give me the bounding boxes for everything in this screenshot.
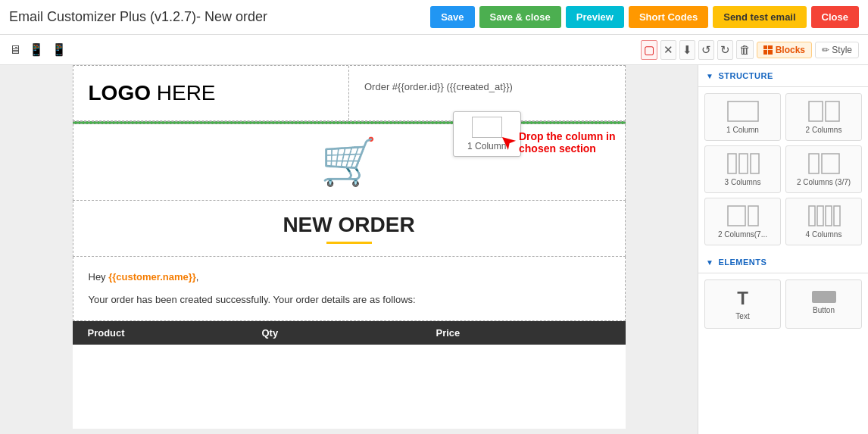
svg-rect-10 xyxy=(809,206,815,226)
elements-grid: T Text Button xyxy=(698,273,868,335)
email-header-row: LOGO HERE Order #{{order.id}} ({{created… xyxy=(73,65,626,121)
order-cell: Order #{{order.id}} ({{created_at}}) 1 C… xyxy=(349,66,625,120)
move-icon[interactable]: ✕ xyxy=(660,40,676,60)
order-shortcode: Order #{{order.id}} ({{created_at}}) xyxy=(364,81,513,92)
svg-rect-12 xyxy=(826,206,832,226)
style-label: ✏ Style xyxy=(822,45,852,55)
logo-normal: HERE xyxy=(151,81,216,105)
elements-label: ELEMENTS xyxy=(718,258,767,267)
save-close-button[interactable]: Save & close xyxy=(479,6,561,28)
structure-2-columns-3-7-label: 2 Columns (3/7) xyxy=(789,178,858,186)
structure-2-columns-7-3-label: 2 Columns(7... xyxy=(708,230,777,239)
close-button[interactable]: Close xyxy=(811,6,859,28)
logo-bold: LOGO xyxy=(89,81,151,105)
drop-indicator-icon xyxy=(472,117,502,138)
structure-grid: 1 Column 2 Columns 3 Columns xyxy=(698,87,868,251)
tablet-icon[interactable]: 📱 xyxy=(29,42,44,57)
structure-3-columns-label: 3 Columns xyxy=(708,178,777,186)
structure-2-columns-7-3[interactable]: 2 Columns(7... xyxy=(704,198,781,245)
blocks-icon xyxy=(763,45,773,55)
selection-icon[interactable]: ▢ xyxy=(641,40,657,60)
button-element-label: Button xyxy=(789,306,858,314)
customer-name-shortcode: {{customer.name}} xyxy=(108,271,196,283)
svg-rect-3 xyxy=(728,154,736,173)
structure-2-columns-3-7[interactable]: 2 Columns (3/7) xyxy=(785,145,862,193)
device-icons: 🖥 📱 📱 xyxy=(9,42,67,57)
header-buttons: Save Save & close Preview Short Codes Se… xyxy=(430,6,859,28)
structure-4-columns[interactable]: 4 Columns xyxy=(785,198,862,245)
mobile-icon[interactable]: 📱 xyxy=(52,42,67,57)
toolbar-actions: ▢ ✕ ⬇ ↺ ↻ 🗑 Blocks ✏ Style xyxy=(641,40,859,60)
blocks-tab[interactable]: Blocks xyxy=(757,42,812,58)
elements-arrow-icon: ▼ xyxy=(706,258,713,267)
text-section: Hey {{customer.name}}, Your order has be… xyxy=(73,257,626,321)
download-icon[interactable]: ⬇ xyxy=(679,40,695,60)
delete-icon[interactable]: 🗑 xyxy=(736,40,754,59)
svg-rect-1 xyxy=(809,101,823,121)
right-panel: ▼ STRUCTURE 1 Column 2 Columns xyxy=(698,65,868,434)
structure-4-columns-label: 4 Columns xyxy=(789,230,858,239)
logo-cell: LOGO HERE xyxy=(73,66,350,120)
svg-rect-9 xyxy=(748,206,758,226)
redo-icon[interactable]: ↻ xyxy=(717,40,733,60)
table-col-qty: Qty xyxy=(262,327,436,339)
email-wrapper: LOGO HERE Order #{{order.id}} ({{created… xyxy=(73,65,626,429)
preview-button[interactable]: Preview xyxy=(566,6,624,28)
send-test-button[interactable]: Send test email xyxy=(713,6,806,28)
new-order-underline xyxy=(326,242,372,244)
svg-rect-4 xyxy=(739,154,748,173)
button-element-icon xyxy=(812,291,836,303)
hey-text: Hey {{customer.name}}, xyxy=(89,269,610,286)
main-layout: LOGO HERE Order #{{order.id}} ({{created… xyxy=(0,65,868,434)
text-element-icon: T xyxy=(708,288,777,309)
structure-3-columns[interactable]: 3 Columns xyxy=(704,145,781,193)
svg-rect-13 xyxy=(834,206,840,226)
svg-rect-8 xyxy=(728,206,745,226)
header: Email Customizer Plus (v1.2.7)- New orde… xyxy=(0,0,868,35)
toolbar: 🖥 📱 📱 ▢ ✕ ⬇ ↺ ↻ 🗑 Blocks ✏ Style xyxy=(0,35,868,65)
canvas[interactable]: LOGO HERE Order #{{order.id}} ({{created… xyxy=(0,65,698,434)
table-header: Product Qty Price xyxy=(73,321,626,345)
svg-rect-7 xyxy=(822,154,839,173)
svg-rect-0 xyxy=(728,101,758,121)
structure-1-column-label: 1 Column xyxy=(708,126,777,134)
svg-rect-11 xyxy=(817,206,823,226)
structure-arrow-icon: ▼ xyxy=(706,72,713,80)
table-col-product: Product xyxy=(88,327,262,339)
structure-2-columns[interactable]: 2 Columns xyxy=(785,93,862,141)
table-col-price: Price xyxy=(436,327,610,339)
desktop-icon[interactable]: 🖥 xyxy=(9,43,21,57)
short-codes-button[interactable]: Short Codes xyxy=(629,6,708,28)
structure-label: STRUCTURE xyxy=(718,71,773,80)
elements-header: ▼ ELEMENTS xyxy=(698,251,868,273)
structure-2-columns-label: 2 Columns xyxy=(789,126,858,134)
style-tab[interactable]: ✏ Style xyxy=(815,42,859,58)
logo-text: LOGO HERE xyxy=(89,81,216,105)
order-created-text: Your order has been created successfully… xyxy=(89,292,610,308)
structure-header: ▼ STRUCTURE xyxy=(698,65,868,87)
svg-rect-6 xyxy=(809,154,819,173)
text-element-label: Text xyxy=(708,312,777,320)
page-title: Email Customizer Plus (v1.2.7)- New orde… xyxy=(9,9,430,25)
blocks-label: Blocks xyxy=(776,45,805,55)
undo-icon[interactable]: ↺ xyxy=(698,40,714,60)
element-button[interactable]: Button xyxy=(785,279,862,329)
svg-rect-2 xyxy=(826,101,839,121)
new-order-title: NEW ORDER xyxy=(86,213,613,237)
structure-1-column[interactable]: 1 Column xyxy=(704,93,781,141)
svg-rect-5 xyxy=(751,154,759,173)
drop-instruction-text: Drop the column in chosen section xyxy=(519,130,625,155)
save-button[interactable]: Save xyxy=(430,6,474,28)
element-text[interactable]: T Text xyxy=(704,279,781,329)
drop-instruction-label: ➤ Drop the column in chosen section xyxy=(501,130,625,155)
new-order-section: NEW ORDER xyxy=(73,201,626,257)
